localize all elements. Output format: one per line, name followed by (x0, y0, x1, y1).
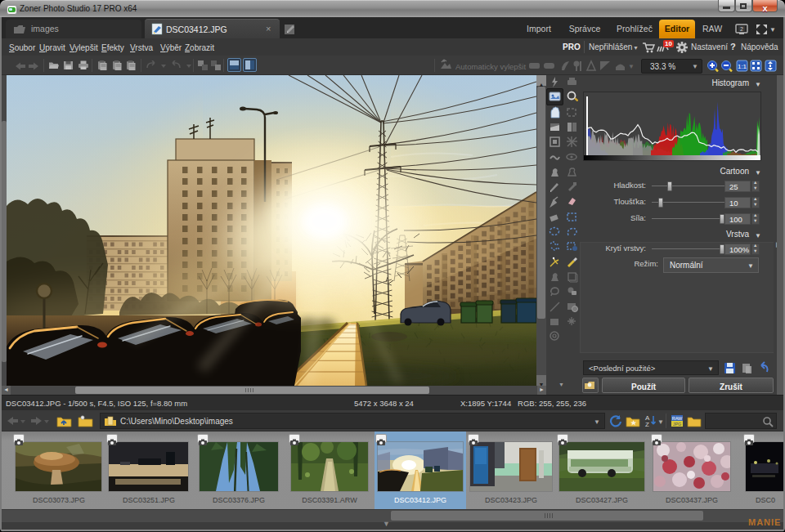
svg-text:1:1: 1:1 (738, 63, 747, 70)
svg-text:10: 10 (665, 40, 672, 47)
svg-text:RAW: RAW (672, 416, 683, 421)
svg-text:2: 2 (740, 26, 743, 32)
svg-text:JPG: JPG (673, 422, 682, 427)
svg-text:Z: Z (645, 421, 649, 427)
